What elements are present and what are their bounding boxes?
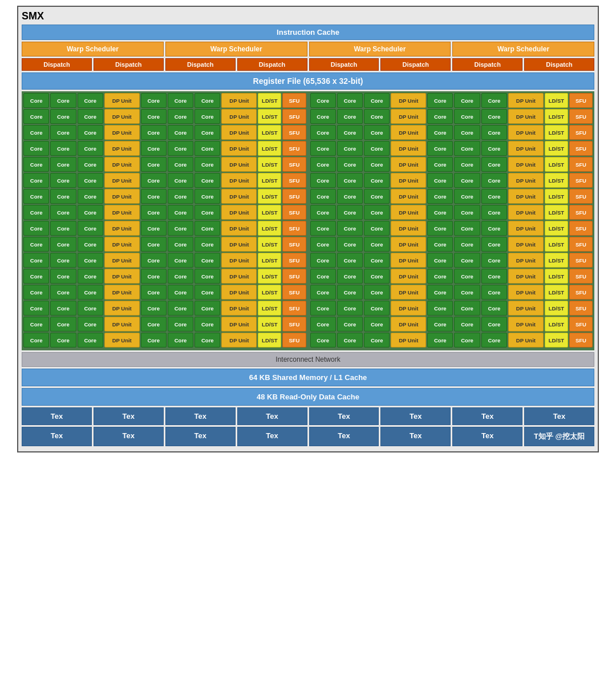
sfu-cell: SFU	[282, 237, 306, 252]
divider	[307, 333, 309, 347]
sfu-cell: SFU	[282, 141, 306, 156]
tex-unit-r1-0: Tex	[22, 407, 92, 425]
ldst-cell: LD/ST	[258, 189, 281, 204]
sfu-cell: SFU	[569, 237, 593, 252]
core-cell: Core	[194, 301, 220, 316]
ldst-cell: LD/ST	[258, 317, 281, 332]
core-cell: Core	[427, 333, 453, 347]
core-cell: Core	[50, 301, 76, 316]
tex-unit-r2-1: Tex	[94, 427, 164, 446]
core-cell: Core	[23, 189, 49, 204]
core-cell: Core	[310, 173, 336, 188]
core-cell: Core	[50, 205, 76, 220]
warp-scheduler-4: Warp Scheduler	[452, 42, 594, 56]
core-cell: Core	[481, 269, 507, 284]
divider	[307, 93, 309, 108]
core-cell: Core	[337, 269, 363, 284]
tex-unit-r2-5: Tex	[380, 427, 451, 446]
core-cell: Core	[168, 125, 193, 140]
core-cell: Core	[481, 157, 507, 172]
core-cell: Core	[481, 317, 507, 332]
dp-cell: DP Unit	[508, 141, 544, 156]
dp-cell: DP Unit	[221, 269, 257, 284]
tex-unit-r1-6: Tex	[452, 407, 522, 425]
dp-cell: DP Unit	[508, 93, 544, 108]
sfu-cell: SFU	[282, 109, 306, 124]
core-cell: Core	[454, 253, 480, 268]
core-cell: Core	[481, 189, 507, 204]
ldst-cell: LD/ST	[545, 237, 568, 252]
sfu-cell: SFU	[282, 269, 306, 284]
core-cell: Core	[454, 125, 480, 140]
core-cell: Core	[78, 221, 103, 236]
core-cell: Core	[454, 285, 480, 300]
core-cell: Core	[50, 333, 76, 347]
core-cell: Core	[78, 317, 103, 332]
sfu-cell: SFU	[569, 141, 593, 156]
dp-cell: DP Unit	[221, 157, 257, 172]
core-cell: Core	[23, 269, 49, 284]
core-cell: Core	[337, 221, 363, 236]
sfu-cell: SFU	[569, 173, 593, 188]
ldst-cell: LD/ST	[545, 317, 568, 332]
core-cell: Core	[23, 285, 49, 300]
core-cell: Core	[23, 237, 49, 252]
core-cell: Core	[481, 141, 507, 156]
core-cell: Core	[78, 253, 103, 268]
core-cell: Core	[50, 93, 76, 108]
dp-cell: DP Unit	[508, 237, 544, 252]
core-cell: Core	[50, 141, 76, 156]
core-cell: Core	[168, 205, 193, 220]
core-cell: Core	[168, 333, 193, 347]
sfu-cell: SFU	[282, 157, 306, 172]
readonly-cache: 48 KB Read-Only Data Cache	[22, 388, 594, 406]
core-cell: Core	[427, 157, 453, 172]
ldst-cell: LD/ST	[258, 269, 281, 284]
core-cell: Core	[337, 285, 363, 300]
core-cell: Core	[364, 269, 390, 284]
core-cell: Core	[141, 173, 167, 188]
sfu-cell: SFU	[569, 285, 593, 300]
dp-cell: DP Unit	[221, 301, 257, 316]
core-cell: Core	[454, 269, 480, 284]
dp-cell: DP Unit	[391, 205, 426, 220]
core-cell: Core	[50, 173, 76, 188]
core-cell: Core	[194, 221, 220, 236]
core-cell: Core	[310, 141, 336, 156]
tex-row-2: TexTexTexTexTexTexTexT知乎 @挖太阳	[22, 427, 594, 446]
core-cell: Core	[141, 157, 167, 172]
core-cell: Core	[168, 173, 193, 188]
dispatch-4: Dispatch	[237, 58, 307, 71]
core-cell: Core	[364, 237, 390, 252]
dp-cell: DP Unit	[391, 285, 426, 300]
core-cell: Core	[454, 333, 480, 347]
core-cell: Core	[454, 109, 480, 124]
sfu-cell: SFU	[282, 253, 306, 268]
core-cell: Core	[78, 157, 103, 172]
core-cell: Core	[481, 333, 507, 347]
core-cell: Core	[168, 141, 193, 156]
core-cell: Core	[78, 237, 103, 252]
core-cell: Core	[481, 173, 507, 188]
core-row-3: CoreCoreCoreDP UnitCoreCoreCoreDP UnitLD…	[23, 141, 593, 156]
dp-cell: DP Unit	[221, 109, 257, 124]
ldst-cell: LD/ST	[545, 173, 568, 188]
dp-cell: DP Unit	[104, 285, 140, 300]
divider	[307, 269, 309, 284]
core-cell: Core	[310, 205, 336, 220]
core-cell: Core	[168, 301, 193, 316]
ldst-cell: LD/ST	[258, 157, 281, 172]
ldst-cell: LD/ST	[258, 221, 281, 236]
dp-cell: DP Unit	[508, 253, 544, 268]
dp-cell: DP Unit	[221, 141, 257, 156]
tex-unit-r2-6: Tex	[452, 427, 522, 446]
sfu-cell: SFU	[282, 317, 306, 332]
core-cell: Core	[168, 237, 193, 252]
tex-unit-r1-2: Tex	[165, 407, 236, 425]
tex-unit-r2-2: Tex	[165, 427, 236, 446]
core-cell: Core	[78, 285, 103, 300]
core-row-9: CoreCoreCoreDP UnitCoreCoreCoreDP UnitLD…	[23, 237, 593, 252]
sfu-cell: SFU	[569, 253, 593, 268]
core-cell: Core	[23, 221, 49, 236]
dp-cell: DP Unit	[508, 333, 544, 347]
